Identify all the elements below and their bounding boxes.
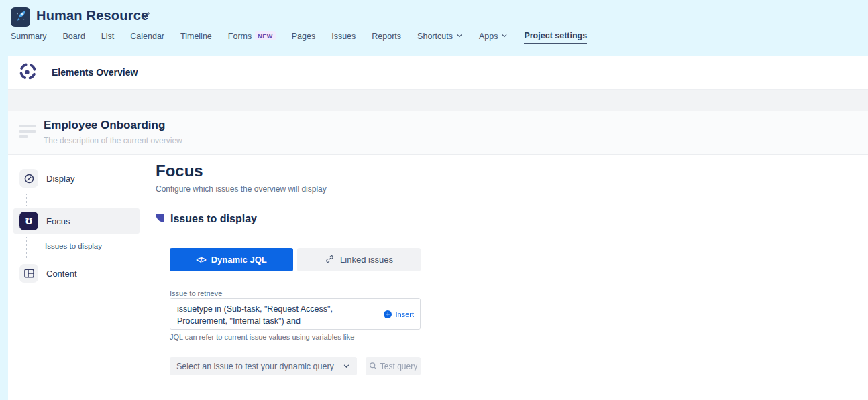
tab-label: Summary <box>11 31 46 41</box>
jql-input[interactable]: issuetype in (Sub-task, "Request Access"… <box>170 298 421 330</box>
page-title: Focus <box>156 161 203 180</box>
tab-label: Board <box>62 31 85 41</box>
tab-list[interactable]: List <box>101 27 114 44</box>
tab-label: Apps <box>479 31 498 41</box>
focus-icon: ʊ <box>19 212 38 230</box>
separator-band <box>8 90 868 111</box>
search-icon <box>369 360 377 373</box>
edit-project-icon[interactable] <box>141 11 150 23</box>
test-issue-select[interactable]: Select an issue to test your dynamic que… <box>170 357 357 375</box>
drag-handle-icon[interactable] <box>19 125 36 138</box>
sidebar-item-label: Content <box>46 269 77 279</box>
sidebar-subitem-issues-to-display[interactable]: Issues to display <box>45 242 102 250</box>
tab-label: List <box>101 31 114 41</box>
project-avatar[interactable] <box>11 7 30 27</box>
app-header-row: Elements Overview <box>8 56 868 90</box>
overview-header-band <box>8 111 868 155</box>
tab-board[interactable]: Board <box>62 27 85 44</box>
sidebar-item-display[interactable]: Display <box>13 165 140 191</box>
code-icon: </> <box>196 255 205 265</box>
app-title: Elements Overview <box>52 67 138 78</box>
insert-label: Insert <box>395 310 414 318</box>
tab-label: Issues <box>331 31 356 41</box>
tab-linked-issues[interactable]: Linked issues <box>297 248 421 271</box>
chevron-down-icon <box>343 360 350 373</box>
section-bullet-icon <box>156 213 164 225</box>
sidebar-item-content[interactable]: Content <box>13 261 140 286</box>
tab-label: Timeline <box>180 31 212 41</box>
test-query-label: Test query <box>380 362 417 371</box>
sidebar-connector <box>26 194 27 206</box>
jql-field-wrapper: issuetype in (Sub-task, "Request Access"… <box>170 298 421 330</box>
chevron-down-icon <box>501 31 508 41</box>
tab-pages[interactable]: Pages <box>292 27 315 44</box>
content-layout-icon <box>19 264 38 283</box>
tab-timeline[interactable]: Timeline <box>180 27 212 44</box>
project-nav: Summary Board List Calendar Timeline For… <box>0 27 868 44</box>
overview-description: The description of the current overview <box>44 136 182 145</box>
overview-title: Employee Onboarding <box>44 119 165 132</box>
tab-label: Calendar <box>130 31 164 41</box>
select-placeholder: Select an issue to test your dynamic que… <box>176 362 343 371</box>
tab-calendar[interactable]: Calendar <box>130 27 164 44</box>
sidebar-connector <box>26 237 27 259</box>
tab-issues[interactable]: Issues <box>331 27 356 44</box>
source-tab-group: </> Dynamic JQL Linked issues <box>170 248 421 271</box>
elements-overview-icon <box>19 62 37 83</box>
tab-dynamic-jql[interactable]: </> Dynamic JQL <box>170 248 293 271</box>
tab-project-settings[interactable]: Project settings <box>524 27 587 44</box>
link-icon <box>325 254 335 266</box>
sidebar-item-focus[interactable]: ʊ Focus <box>13 208 140 234</box>
new-badge: NEW <box>255 31 276 40</box>
plus-circle-icon: + <box>384 310 392 318</box>
insert-variable-button[interactable]: + Insert <box>384 310 414 318</box>
jql-helper-text: JQL can refer to current issue values us… <box>170 333 354 341</box>
tab-label: Forms <box>228 31 252 41</box>
tab-label: Shortcuts <box>417 31 453 41</box>
tab-label: Linked issues <box>340 255 393 265</box>
jql-field-label: Issue to retrieve <box>170 289 222 297</box>
display-icon <box>19 169 38 188</box>
tab-shortcuts[interactable]: Shortcuts <box>417 27 463 44</box>
tab-reports[interactable]: Reports <box>372 27 401 44</box>
sidebar-item-label: Display <box>46 174 75 184</box>
test-query-button[interactable]: Test query <box>366 357 421 375</box>
tab-apps[interactable]: Apps <box>479 27 508 44</box>
tab-forms[interactable]: Forms NEW <box>228 27 276 44</box>
project-title: Human Resource <box>36 8 148 23</box>
tab-label: Project settings <box>524 31 587 40</box>
page-subtitle: Configure which issues the overview will… <box>156 184 327 194</box>
tab-label: Pages <box>292 31 315 41</box>
tab-label: Dynamic JQL <box>211 255 267 265</box>
sidebar-item-label: Focus <box>46 216 70 226</box>
chevron-down-icon <box>456 31 463 41</box>
tab-summary[interactable]: Summary <box>11 27 46 44</box>
rocket-icon <box>14 9 27 25</box>
tab-label: Reports <box>372 31 401 41</box>
section-title: Issues to display <box>170 213 257 225</box>
page-left-strip <box>0 56 8 400</box>
